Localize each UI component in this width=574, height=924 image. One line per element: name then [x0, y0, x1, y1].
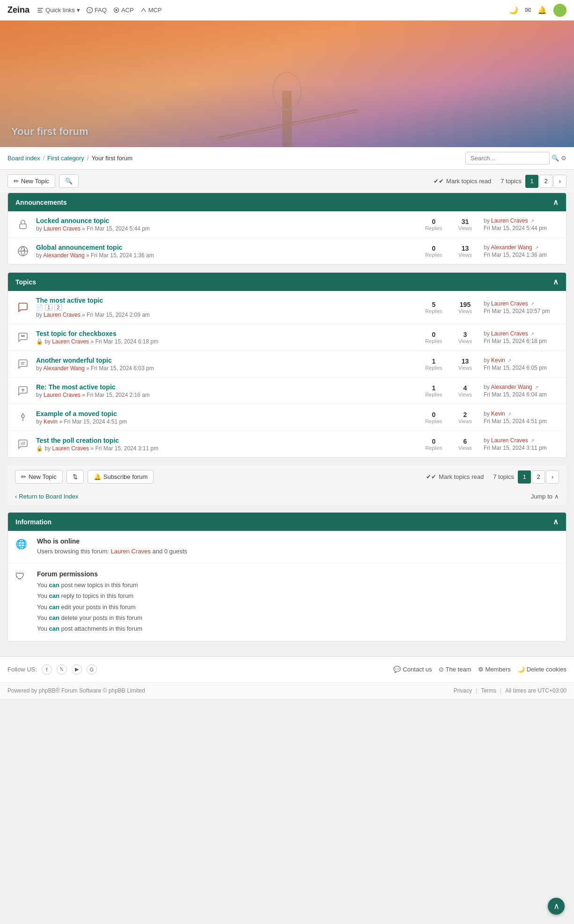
topic-author-link[interactable]: Lauren Craves	[52, 445, 89, 452]
topic-replies: 5 Replies	[421, 301, 447, 314]
jump-to-dropdown[interactable]: Jump to ∧	[531, 493, 559, 500]
topic-title[interactable]: Example of a moved topic	[36, 410, 117, 417]
bottom-new-topic-button[interactable]: ✏ New Topic	[15, 470, 63, 484]
bottom-page-2-button[interactable]: 2	[532, 470, 545, 484]
shield-icon: 🛡	[15, 571, 30, 582]
perm-line-4: You can delete your posts in this forum	[37, 612, 559, 623]
perm-line-1: You can post new topics in this forum	[37, 580, 559, 590]
last-post-author[interactable]: Kevin	[491, 357, 505, 364]
page-1-button[interactable]: 1	[525, 175, 538, 188]
nav-mcp[interactable]: MCP	[140, 7, 162, 14]
mark-topics-read-button[interactable]: ✔✔ Mark topics read	[428, 175, 497, 187]
contact-us-link[interactable]: 💬 Contact us	[393, 666, 432, 673]
team-icon: ⊙	[439, 666, 444, 673]
svg-rect-1	[37, 10, 42, 11]
last-post-author[interactable]: Lauren Craves	[491, 217, 528, 224]
search-icon[interactable]: 🔍	[552, 155, 559, 162]
terms-link[interactable]: Terms	[481, 687, 496, 694]
nav-faq[interactable]: ? FAQ	[87, 7, 107, 14]
youtube-icon[interactable]: ▶	[72, 664, 82, 675]
bottom-page-1-button[interactable]: 1	[518, 470, 531, 484]
twitter-icon[interactable]: 𝕏	[57, 664, 67, 675]
delete-cookies-link[interactable]: 🌙 Delete cookies	[517, 666, 567, 673]
footer-social: Follow US: f 𝕏 ▶ G 💬 Contact us ⊙ The te…	[0, 656, 574, 682]
topic-author-link[interactable]: Lauren Craves	[44, 225, 81, 232]
search-input[interactable]	[465, 152, 550, 164]
last-post-author[interactable]: Alexander Wang	[491, 384, 532, 390]
information-collapse-button[interactable]: ∧	[553, 517, 559, 526]
last-post-author[interactable]: Alexander Wang	[491, 244, 532, 251]
mail-icon[interactable]: ✉	[525, 6, 531, 15]
announcements-header: Announcements ∧	[8, 193, 566, 211]
footer-follow: Follow US: f 𝕏 ▶ G	[7, 664, 97, 675]
pin-topic-icon	[15, 410, 30, 425]
perm-line-5: You can post attachments in this forum	[37, 623, 559, 634]
breadcrumb-first-category[interactable]: First category	[47, 155, 84, 162]
topic-info: Test topic for checkboxes 🔒 by Lauren Cr…	[36, 330, 415, 345]
notification-icon[interactable]: 🔔	[537, 6, 547, 15]
topic-meta: by Kevin » Fri Mar 15, 2024 4:51 pm	[36, 418, 415, 425]
return-bar: ‹ Return to Board Index Jump to ∧	[7, 488, 567, 505]
the-team-link[interactable]: ⊙ The team	[439, 666, 471, 673]
google-icon[interactable]: G	[87, 664, 97, 675]
nav-acp[interactable]: ACP	[113, 7, 134, 14]
page-next-button[interactable]: ›	[553, 175, 567, 188]
contact-icon: 💬	[393, 666, 401, 673]
return-to-board-link[interactable]: ‹ Return to Board Index	[15, 493, 79, 500]
bottom-mark-read-button[interactable]: ✔✔ Mark topics read	[420, 470, 489, 483]
settings-icon[interactable]: ⚙	[561, 155, 567, 162]
last-post-author[interactable]: Lauren Craves	[491, 300, 528, 307]
topic-author-link[interactable]: Lauren Craves	[52, 338, 89, 345]
dark-mode-icon[interactable]: 🌙	[509, 6, 518, 15]
edit-icon: ✏	[14, 178, 19, 185]
topic-last-post: by Lauren Craves ↗ Fri Mar 15, 2024 6:18…	[484, 330, 559, 344]
last-post-author[interactable]: Lauren Craves	[491, 437, 528, 444]
topic-author-link[interactable]: Kevin	[44, 418, 58, 425]
page-2-button[interactable]: 2	[539, 175, 552, 188]
topic-title[interactable]: Re: The most active topic	[36, 383, 116, 391]
breadcrumb-board-index[interactable]: Board index	[7, 155, 40, 162]
site-brand[interactable]: Zeina	[7, 5, 29, 15]
privacy-link[interactable]: Privacy	[454, 687, 472, 694]
breadcrumb-current: Your first forum	[91, 155, 132, 162]
members-link[interactable]: ⚙ Members	[478, 666, 511, 673]
who-is-online-row: 🌐 Who is online Users browsing this foru…	[8, 531, 566, 564]
announcements-collapse-button[interactable]: ∧	[553, 198, 559, 207]
new-topic-button[interactable]: ✏ New Topic	[7, 174, 55, 188]
check-icon: ✔✔	[434, 178, 444, 185]
topic-author-link[interactable]: Alexander Wang	[43, 252, 84, 259]
topic-title[interactable]: Locked announce topic	[36, 217, 109, 224]
topic-title[interactable]: Test the poll creation topic	[36, 437, 119, 444]
topic-info: Locked announce topic by Lauren Craves »…	[36, 217, 415, 232]
topic-title[interactable]: Test topic for checkboxes	[36, 330, 117, 337]
facebook-icon[interactable]: f	[42, 664, 52, 675]
topic-last-post: by Alexander Wang ↗ Fri Mar 15, 2024 1:3…	[484, 244, 559, 258]
topic-title[interactable]: The most active topic	[36, 297, 103, 304]
svg-rect-11	[20, 224, 26, 229]
online-info: Who is online Users browsing this forum:…	[37, 537, 559, 557]
topic-title[interactable]: Another wonderful topic	[36, 357, 112, 364]
online-user-link[interactable]: Lauren Craves	[111, 548, 151, 555]
user-avatar[interactable]	[553, 4, 567, 17]
bottom-page-next-button[interactable]: ›	[546, 470, 559, 484]
topic-page-2[interactable]: 2	[54, 304, 62, 311]
topic-info: Test the poll creation topic 🔒 by Lauren…	[36, 437, 415, 452]
topics-collapse-button[interactable]: ∧	[553, 277, 559, 286]
nav-quick-links[interactable]: Quick links ▾	[37, 7, 80, 14]
online-text: Users browsing this forum: Lauren Craves…	[37, 547, 559, 557]
search-topics-button[interactable]: 🔍	[59, 174, 79, 188]
topic-info: Re: The most active topic by Lauren Crav…	[36, 383, 415, 398]
subscribe-forum-button[interactable]: 🔔 Subscribe forum	[88, 470, 154, 484]
topic-author-link[interactable]: Lauren Craves	[44, 312, 81, 318]
filter-icon: ⇅	[73, 473, 78, 480]
filter-button[interactable]: ⇅	[66, 470, 84, 484]
last-post-author[interactable]: Kevin	[491, 410, 505, 417]
last-post-author[interactable]: Lauren Craves	[491, 330, 528, 337]
topic-title[interactable]: Global announcement topic	[36, 244, 122, 251]
topic-author-link[interactable]: Lauren Craves	[44, 392, 81, 398]
poll-topic-icon	[15, 437, 30, 452]
topic-views: 3 Views	[452, 331, 478, 344]
topic-page-1[interactable]: 1	[45, 304, 52, 311]
topic-author-link[interactable]: Alexander Wang	[43, 365, 84, 372]
table-row: Test topic for checkboxes 🔒 by Lauren Cr…	[8, 324, 566, 351]
